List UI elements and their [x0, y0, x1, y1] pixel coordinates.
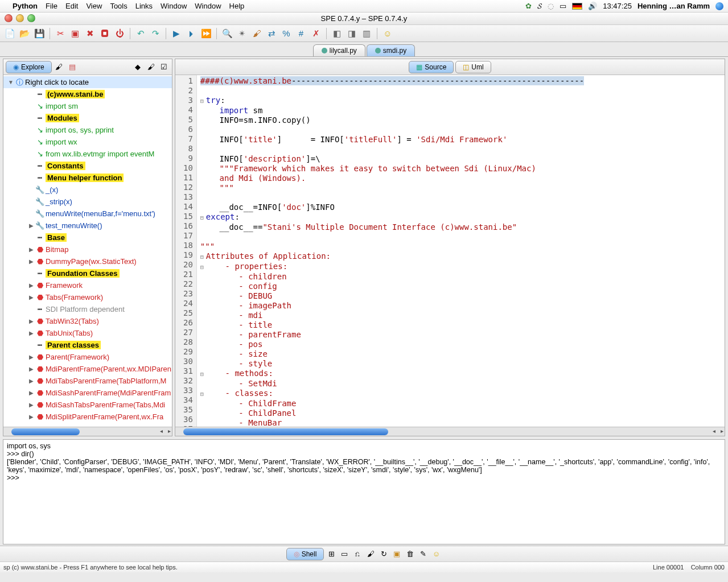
- tab-smdi[interactable]: smdi.py: [367, 44, 415, 56]
- display-icon[interactable]: ▭: [560, 2, 566, 10]
- tree-scrollbar[interactable]: ◂▸: [3, 427, 172, 436]
- code-editor[interactable]: 1234567891011121314151617181920212223242…: [175, 75, 725, 427]
- tree-item[interactable]: ┅Parent classes: [3, 339, 172, 351]
- brush-bottom-icon[interactable]: 🖌: [365, 549, 376, 559]
- tree-item[interactable]: ▶🔧test_menuWrite(): [3, 220, 172, 232]
- layout-split-icon[interactable]: ▥: [360, 27, 373, 40]
- ichat-icon[interactable]: ◌: [548, 2, 554, 10]
- tree-item[interactable]: ┅Base: [3, 232, 172, 243]
- tree-item[interactable]: ▶⬣Bitmap: [3, 243, 172, 255]
- app-name[interactable]: Python: [13, 2, 38, 10]
- tree-item[interactable]: ↘from wx.lib.evtmgr import eventM: [3, 148, 172, 160]
- tree-item[interactable]: ┅Constants: [3, 160, 172, 172]
- editor-scrollbar[interactable]: ◂▸: [175, 427, 725, 436]
- refresh-icon[interactable]: ↻: [378, 549, 389, 559]
- layout-right-icon[interactable]: ◨: [346, 27, 358, 40]
- smiley-icon[interactable]: ☺: [381, 27, 394, 40]
- tab-lilycall[interactable]: lilycall.py: [313, 44, 365, 56]
- tree-item[interactable]: ▶⬣MdiSashTabsParentFrame(Tabs,Mdi: [3, 399, 172, 411]
- undo-icon[interactable]: ↶: [134, 27, 147, 40]
- close-icon[interactable]: [5, 14, 13, 22]
- script-menu-icon[interactable]: 𝓢: [537, 2, 542, 11]
- clock[interactable]: 13:47:25: [603, 2, 632, 10]
- redo-icon[interactable]: ↷: [149, 27, 162, 40]
- save-icon[interactable]: 💾: [33, 27, 46, 40]
- user-name[interactable]: Henning …an Ramm: [637, 2, 710, 10]
- wand-icon[interactable]: ✎: [417, 549, 429, 559]
- spotlight-icon[interactable]: [715, 2, 723, 10]
- flag-icon[interactable]: [572, 3, 582, 10]
- tree-item[interactable]: ↘import sm: [3, 100, 172, 112]
- tree-item[interactable]: ▶⬣TabWin32(Tabs): [3, 315, 172, 327]
- comment-icon[interactable]: %: [280, 27, 293, 40]
- tab-shell[interactable]: ◎Shell: [286, 548, 324, 560]
- volume-icon[interactable]: 🔊: [588, 2, 597, 10]
- tree-item[interactable]: ▶⬣MdiSashParentFrame(MdiParentFram: [3, 387, 172, 399]
- tree-item[interactable]: ┅Menu helper function: [3, 172, 172, 184]
- tree-item[interactable]: ┅Modules: [3, 112, 172, 124]
- tree-item[interactable]: ↘import wx: [3, 136, 172, 148]
- menu-view[interactable]: View: [86, 2, 102, 10]
- layout-left-icon[interactable]: ◧: [331, 27, 343, 40]
- brush-tab-icon[interactable]: 🖌: [54, 62, 65, 72]
- tree-item[interactable]: ▶⬣Parent(Framework): [3, 351, 172, 363]
- brush-icon[interactable]: 🖌: [250, 27, 263, 40]
- check-tab-icon[interactable]: ☑: [158, 62, 170, 72]
- window-titlebar: SPE 0.7.4.y – SPE 0.7.4.y: [0, 13, 728, 25]
- tree-item[interactable]: ▶⬣Framework: [3, 279, 172, 291]
- leaf-icon[interactable]: ✿: [525, 2, 532, 10]
- console[interactable]: import os, sys>>> dir()['Blender', 'Chil…: [3, 439, 725, 544]
- open-icon[interactable]: 📂: [18, 27, 31, 40]
- cancel-icon[interactable]: ✗: [310, 27, 322, 40]
- debug-icon[interactable]: ⏩: [200, 27, 212, 40]
- tree-item[interactable]: ↘import os, sys, pprint: [3, 124, 172, 136]
- tree-item[interactable]: 🔧_(x): [3, 184, 172, 196]
- run-icon[interactable]: ▶: [170, 27, 183, 40]
- menu-links[interactable]: Links: [135, 2, 153, 10]
- notes-tab-icon[interactable]: ▤: [67, 62, 78, 72]
- book-tab-icon[interactable]: ◆: [132, 62, 143, 72]
- menu-help[interactable]: Help: [229, 2, 245, 10]
- tree-item[interactable]: ┅SDI Platform dependent: [3, 303, 172, 315]
- replace-icon[interactable]: ⇄: [265, 27, 278, 40]
- tool-cut-icon[interactable]: ✂: [54, 27, 67, 40]
- tree-item[interactable]: ▶⬣MdiParentFrame(Parent,wx.MDIParen: [3, 363, 172, 375]
- menu-file[interactable]: File: [46, 2, 57, 10]
- tool-stop-icon[interactable]: ■: [98, 27, 111, 40]
- tree-item[interactable]: ▶⬣TabUnix(Tabs): [3, 327, 172, 339]
- new-file-icon[interactable]: 📄: [3, 27, 16, 40]
- run-alt-icon[interactable]: ⏵: [185, 27, 198, 40]
- tree-icon[interactable]: ⊞: [326, 549, 337, 559]
- tree-item[interactable]: ┅(c)www.stani.be: [3, 88, 172, 100]
- tab-source[interactable]: ▦Source: [409, 61, 454, 73]
- zoom-icon[interactable]: [27, 14, 35, 22]
- explorer-tree[interactable]: ▼ⓘRight click to locate┅(c)www.stani.be↘…: [3, 75, 172, 427]
- menu-tools[interactable]: Tools: [110, 2, 127, 10]
- tool-gear-icon[interactable]: ✴: [236, 27, 248, 40]
- menu-window-2[interactable]: Window: [195, 2, 221, 10]
- tree-item[interactable]: 🔧_strip(x): [3, 196, 172, 208]
- tree-item[interactable]: ▶⬣DummyPage(wx.StaticText): [3, 255, 172, 267]
- tree-item[interactable]: ▶⬣MdiTabsParentFrame(TabPlatform,M: [3, 375, 172, 387]
- tree-item[interactable]: ▶⬣MdiSplitParentFrame(Parent,wx.Fra: [3, 411, 172, 423]
- menu-edit[interactable]: Edit: [65, 2, 78, 10]
- tool-copy-icon[interactable]: ▣: [69, 27, 81, 40]
- tree-item[interactable]: 🔧menuWrite(menuBar,f='menu.txt'): [3, 208, 172, 220]
- hash-icon[interactable]: #: [295, 27, 307, 40]
- smiley-bottom-icon[interactable]: ☺: [430, 549, 442, 559]
- file-icon: [322, 48, 327, 53]
- brush2-tab-icon[interactable]: 🖌: [145, 62, 157, 72]
- tab-explore[interactable]: ◉Explore: [6, 61, 52, 73]
- trash-icon[interactable]: 🗑: [404, 549, 416, 559]
- monitor-icon[interactable]: ▭: [339, 549, 350, 559]
- tool-close-icon[interactable]: ✖: [84, 27, 96, 40]
- tree-item[interactable]: ▶⬣Tabs(Framework): [3, 291, 172, 303]
- menu-window[interactable]: Window: [161, 2, 187, 10]
- folder-bottom-icon[interactable]: ▣: [391, 549, 402, 559]
- tree-item[interactable]: ┅Foundation Classes: [3, 267, 172, 279]
- find-icon[interactable]: 🔍: [221, 27, 233, 40]
- tab-uml[interactable]: ◫Uml: [455, 61, 491, 73]
- minimize-icon[interactable]: [16, 14, 24, 22]
- snippets-icon[interactable]: ⎌: [352, 549, 363, 559]
- tool-exit-icon[interactable]: ⏻: [113, 27, 126, 40]
